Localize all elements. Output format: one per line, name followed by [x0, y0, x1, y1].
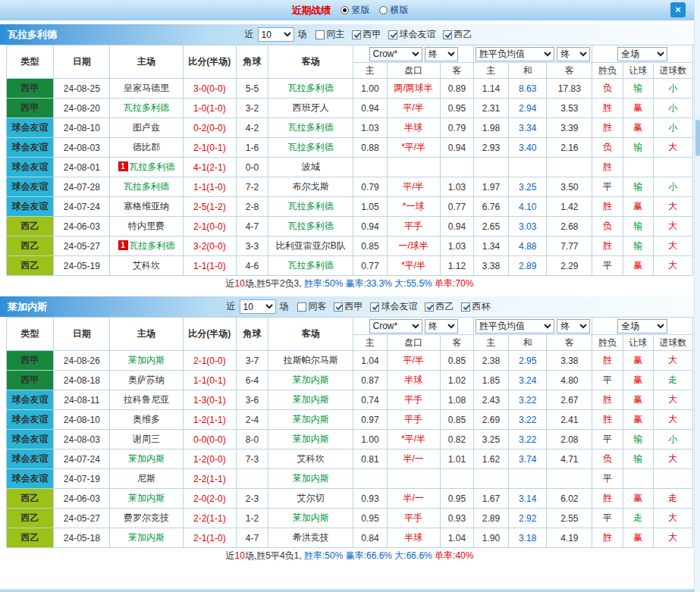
- score-cell: 2-2(1-1): [183, 469, 236, 489]
- odds-handicap-cell: *平/半: [387, 430, 440, 449]
- date-cell: 24-08-11: [54, 390, 110, 410]
- odds-company-select[interactable]: Crow*: [369, 319, 422, 334]
- score-cell: 1-2(0-0): [183, 449, 236, 469]
- odds-state-select[interactable]: 终: [425, 47, 458, 61]
- odds-handicap-cell: 平/半: [387, 351, 440, 371]
- checkbox-unchecked-icon[interactable]: [297, 302, 306, 312]
- radio-unselected-icon[interactable]: [379, 6, 388, 14]
- match-row: 西乙24-06-03莱加内斯2-0(2-0)2-3艾尔切0.93半/一0.951…: [7, 489, 693, 509]
- corner-cell: 2-4: [236, 410, 268, 430]
- checkbox-unchecked-icon[interactable]: [315, 30, 325, 39]
- avg-home-cell: 2.43: [473, 390, 508, 410]
- checkbox-checked-icon[interactable]: [334, 302, 343, 312]
- match-row: 西乙24-05-18莱加内斯2-1(1-0)4-7希洪竞技0.84半球1.041…: [7, 528, 693, 548]
- checkbox-checked-icon[interactable]: [443, 30, 452, 39]
- avg-away-cell: 3.53: [547, 99, 592, 118]
- scrollbar[interactable]: [694, 0, 700, 592]
- avg-away-cell: 2.29: [547, 256, 592, 276]
- games-count-select[interactable]: 10: [258, 27, 294, 42]
- away-team-cell: 艾科坎: [268, 449, 353, 469]
- goals-cell: 大: [653, 138, 692, 158]
- corner-cell: [236, 469, 268, 489]
- date-cell: 24-08-03: [54, 138, 110, 158]
- checkbox-checked-icon[interactable]: [461, 302, 470, 312]
- col-header-score: 比分(半场): [183, 318, 236, 351]
- handicap-result-cell: 输: [623, 138, 653, 158]
- match-row: 西甲24-08-20瓦拉多利德1-0(1-0)3-2西班牙人0.94平/半0.9…: [7, 99, 693, 118]
- filter-checkbox-球会友谊[interactable]: 球会友谊: [370, 300, 418, 313]
- summary-part: 胜率:50%: [304, 550, 346, 561]
- result-cell: 平: [592, 430, 623, 449]
- handicap-result-cell: 输: [623, 236, 653, 256]
- scrollbar-thumb[interactable]: [695, 120, 700, 156]
- odds-state-select[interactable]: 终: [425, 319, 458, 334]
- scope-select[interactable]: 全场: [617, 319, 667, 334]
- games-count-select[interactable]: 10: [240, 299, 276, 314]
- layout-radio-horizontal[interactable]: 横版: [379, 4, 409, 17]
- avg-away-cell: 2.16: [547, 138, 592, 158]
- avg-type-select[interactable]: 胜平负均值: [476, 319, 554, 334]
- odds-company-select[interactable]: Crow*: [369, 47, 422, 61]
- odds-away-cell: 0.85: [440, 351, 473, 371]
- corner-cell: 5-5: [236, 79, 268, 99]
- avg-away-cell: 2.68: [547, 217, 592, 236]
- odds-away-cell: 1.02: [440, 371, 473, 390]
- radio-selected-icon[interactable]: [341, 6, 349, 14]
- corner-cell: 2-8: [236, 197, 268, 217]
- home-team-cell: 费罗尔竞技: [110, 509, 183, 528]
- league-cell: 西乙: [7, 509, 54, 528]
- summary-part: 场,胜5平4负1,: [245, 550, 304, 561]
- titlebar-controls: 近期战绩 竖版 横版: [292, 4, 409, 17]
- odds-handicap-cell: 平手: [387, 410, 440, 430]
- date-cell: 24-08-20: [54, 99, 110, 118]
- result-cell: 负: [592, 138, 623, 158]
- scope-select[interactable]: 全场: [617, 47, 667, 61]
- checkbox-checked-icon[interactable]: [425, 302, 434, 312]
- filter-checkbox-西杯[interactable]: 西杯: [461, 300, 491, 313]
- team-label: 奥维多: [133, 414, 160, 424]
- odds-away-cell: 1.03: [440, 177, 473, 197]
- avg-away-cell: 3.39: [547, 118, 592, 138]
- avg-draw-cell: 3.25: [509, 177, 547, 197]
- corner-cell: 1-6: [236, 138, 268, 158]
- avg-home-cell: 1.67: [473, 489, 508, 509]
- league-cell: 西乙: [7, 217, 54, 236]
- score-cell: 2-1(0-1): [183, 138, 236, 158]
- avg-state-select[interactable]: 终: [557, 319, 590, 334]
- games-label: 场: [280, 300, 289, 313]
- checkbox-checked-icon[interactable]: [352, 30, 361, 39]
- team-label: 皇家马德里: [124, 83, 169, 93]
- filter-checkbox-西乙[interactable]: 西乙: [425, 300, 454, 313]
- filter-checkbox-同客[interactable]: 同客: [297, 300, 327, 313]
- checkbox-checked-icon[interactable]: [370, 302, 379, 312]
- avg-state-select[interactable]: 终: [557, 47, 590, 61]
- home-team-cell: 莱加内斯: [110, 528, 183, 548]
- filter-checkbox-西甲[interactable]: 西甲: [352, 28, 381, 41]
- team-label: 费罗尔竞技: [124, 512, 169, 523]
- league-cell: 球会友谊: [7, 449, 54, 469]
- checkbox-checked-icon[interactable]: [388, 30, 397, 39]
- odds-away-cell: [440, 469, 473, 489]
- filter-checkbox-西甲[interactable]: 西甲: [334, 300, 363, 313]
- avg-type-select[interactable]: 胜平负均值: [476, 47, 554, 61]
- close-button[interactable]: ×: [670, 2, 686, 17]
- league-cell: 球会友谊: [7, 410, 54, 430]
- handicap-result-cell: [623, 469, 653, 489]
- team-label: 艾科坎: [133, 260, 160, 271]
- filter-checkbox-球会友谊[interactable]: 球会友谊: [388, 28, 436, 41]
- result-cell: 胜: [592, 236, 623, 256]
- date-cell: 24-08-25: [54, 79, 110, 99]
- avg-draw-cell: [509, 158, 547, 177]
- filter-checkbox-西乙[interactable]: 西乙: [443, 28, 472, 41]
- handicap-result-cell: 输: [623, 217, 653, 236]
- date-cell: 24-07-24: [54, 449, 110, 469]
- home-team-cell: 拉科鲁尼亚: [110, 390, 183, 410]
- league-cell: 球会友谊: [7, 118, 54, 138]
- home-team-cell: 谢周三: [110, 430, 183, 449]
- odds-handicap-cell: [387, 158, 440, 177]
- filter-checkbox-同主[interactable]: 同主: [315, 28, 345, 41]
- league-cell: 西乙: [7, 236, 54, 256]
- col-header-type: 类型: [7, 45, 54, 79]
- summary-part: 单率:40%: [435, 550, 473, 561]
- layout-radio-vertical[interactable]: 竖版: [341, 4, 370, 17]
